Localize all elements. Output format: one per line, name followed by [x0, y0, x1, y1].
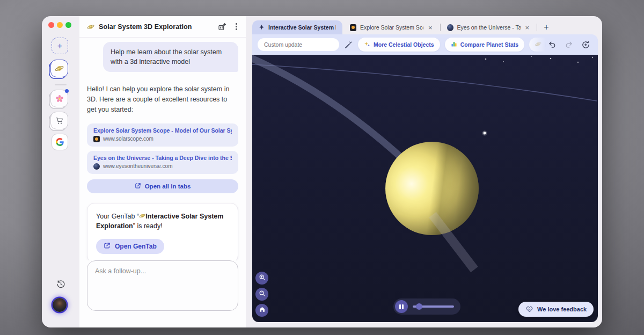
gentab-toolbar: More Celestial Objects Compare Planet St… — [252, 34, 598, 55]
animation-playbar — [393, 298, 460, 315]
notification-dot — [65, 89, 69, 93]
history-clock-icon — [56, 280, 65, 291]
chat-panel: Solar System 3D Exploration Help me lear… — [79, 16, 246, 327]
solar-system-3d-canvas[interactable]: We love feedback — [252, 55, 598, 322]
sidebar-item-shopping-session[interactable] — [50, 112, 68, 129]
new-session-button[interactable]: + — [52, 38, 68, 54]
app-window: + — [42, 16, 602, 327]
resource-url: www.eyesontheuniverse.com — [103, 163, 173, 169]
tab-label: Explore Solar System Scope - — [360, 24, 423, 31]
open-all-in-tabs-button[interactable]: Open all in tabs — [87, 179, 238, 193]
user-message-bubble: Help me learn about the solar system wit… — [103, 42, 238, 72]
button-label: Compare Planet Stats — [460, 41, 519, 48]
eyesontheuniverse-favicon — [447, 24, 453, 31]
gentab-ready-text: Your GenTab “Interactive Solar System Ex… — [96, 212, 229, 231]
browser-content: Interactive Solar System Explor... Explo… — [246, 16, 602, 327]
resource-title[interactable]: Eyes on the Universe - Taking a Deep Div… — [93, 155, 232, 161]
regenerate-sync-icon[interactable] — [581, 40, 590, 49]
open-gentab-button[interactable]: Open GenTab — [96, 239, 164, 254]
external-link-icon — [104, 242, 111, 251]
tab-solar-system-scope[interactable]: Explore Solar System Scope - × — [346, 24, 438, 32]
ringed-planet-icon — [87, 23, 94, 31]
tab-separator — [440, 24, 441, 31]
new-gentab-icon[interactable] — [218, 23, 226, 31]
magic-wand-icon[interactable] — [344, 40, 353, 49]
close-tab-icon[interactable]: × — [524, 24, 531, 32]
sidebar-item-solar-system-active[interactable] — [50, 60, 68, 77]
home-icon — [259, 305, 266, 315]
eyesontheuniverse-favicon — [93, 163, 100, 170]
external-link-icon — [135, 183, 141, 190]
speed-slider[interactable] — [413, 305, 454, 308]
tab-interactive-solar-system[interactable]: Interactive Solar System Explor... — [252, 20, 342, 34]
zoom-out-icon — [259, 289, 266, 299]
plus-icon: + — [57, 41, 62, 51]
spark-icon — [259, 24, 265, 31]
more-celestial-objects-button[interactable]: More Celestial Objects — [358, 38, 440, 52]
chat-title: Solar System 3D Exploration — [99, 23, 192, 31]
heart-face-icon — [525, 305, 533, 314]
redo-icon-disabled[interactable] — [565, 40, 573, 49]
undo-icon[interactable] — [548, 40, 557, 49]
tab-eyes-on-the-universe[interactable]: Eyes on the Universe - Taking × — [443, 24, 535, 32]
pause-icon — [399, 304, 401, 309]
sidebar-item-google[interactable] — [52, 134, 68, 150]
ringed-planet-icon — [55, 64, 64, 73]
desktop-background: + — [0, 0, 644, 335]
resource-title[interactable]: Explore Solar System Scope - Model of Ou… — [93, 127, 232, 134]
bar-chart-icon — [451, 41, 457, 48]
chat-messages: Help me learn about the solar system wit… — [79, 38, 246, 260]
shopping-cart-icon — [55, 116, 64, 125]
followup-input[interactable] — [87, 260, 238, 311]
window-controls — [48, 22, 71, 28]
open-gentab-label: Open GenTab — [115, 243, 157, 250]
maximize-window-button[interactable] — [65, 22, 71, 28]
zoom-in-button[interactable] — [255, 272, 268, 285]
close-tab-icon[interactable]: × — [427, 24, 434, 32]
slider-thumb[interactable] — [416, 303, 422, 310]
google-logo-icon — [56, 138, 64, 146]
resource-card-solarscope[interactable]: Explore Solar System Scope - Model of Ou… — [87, 123, 238, 147]
ringed-planet-icon — [139, 213, 145, 219]
close-window-button[interactable] — [48, 22, 54, 28]
tab-separator — [537, 24, 537, 31]
button-label: More Celestial Objects — [374, 41, 434, 48]
left-rail: + — [42, 16, 79, 327]
zoom-out-button[interactable] — [255, 288, 268, 301]
feedback-button[interactable]: We love feedback — [518, 302, 594, 317]
tab-strip: Interactive Solar System Explor... Explo… — [252, 20, 598, 34]
resource-url: www.solarscope.com — [103, 136, 153, 142]
flower-icon — [55, 94, 64, 103]
gentab-ready-card: Your GenTab “Interactive Solar System Ex… — [87, 203, 238, 261]
tab-label: Eyes on the Universe - Taking — [457, 24, 521, 31]
sidebar-item-flower-session[interactable] — [50, 90, 68, 107]
solarscope-favicon — [350, 24, 356, 31]
tab-label: Interactive Solar System Explor... — [268, 24, 336, 31]
custom-update-input[interactable] — [258, 38, 339, 51]
sparkles-icon — [364, 41, 370, 48]
followup-area — [87, 260, 238, 313]
compare-planet-stats-button[interactable]: Compare Planet Stats — [445, 38, 525, 52]
chat-header: Solar System 3D Exploration — [79, 16, 246, 38]
rail-divider — [55, 84, 67, 85]
history-button[interactable] — [55, 280, 66, 290]
zoom-in-icon — [259, 273, 266, 283]
reset-view-home-button[interactable] — [255, 304, 268, 317]
solarscope-favicon — [93, 136, 100, 142]
resource-card-eyesontheuniverse[interactable]: Eyes on the Universe - Taking a Deep Div… — [87, 151, 238, 174]
toolbar-edit-controls — [523, 34, 598, 55]
pause-button[interactable] — [395, 300, 408, 313]
ring-front-band — [252, 55, 597, 322]
assistant-message: Hello! I can help you explore the solar … — [87, 84, 238, 114]
open-all-label: Open all in tabs — [145, 183, 191, 190]
minimize-window-button[interactable] — [57, 22, 63, 28]
user-avatar[interactable] — [53, 298, 67, 312]
chat-menu-kebab-icon[interactable] — [235, 22, 238, 31]
new-tab-button[interactable]: + — [539, 23, 553, 32]
feedback-label: We love feedback — [537, 306, 587, 312]
